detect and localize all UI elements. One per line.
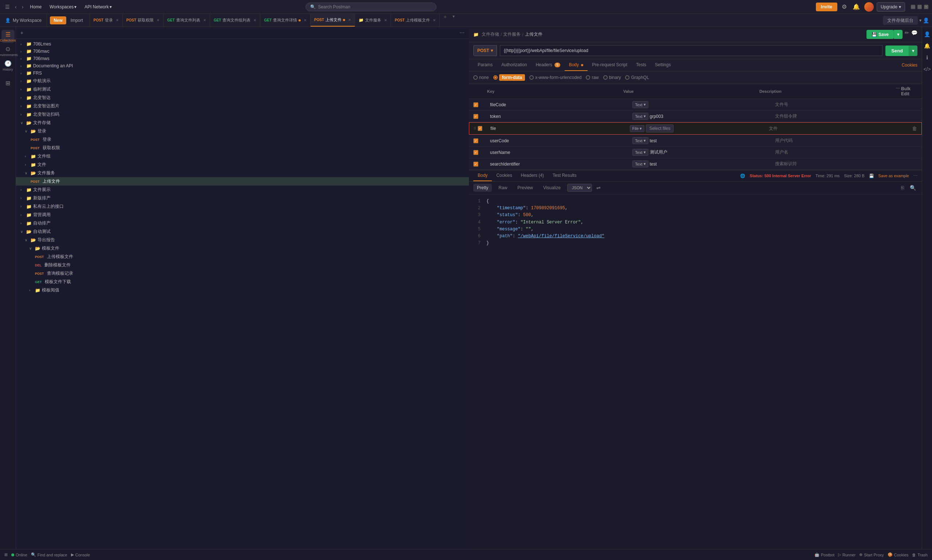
tab-close-icon[interactable]: ✕ bbox=[433, 18, 436, 22]
tree-item-autotest[interactable]: ∨ 📂 自动测试 bbox=[16, 228, 469, 236]
console-button[interactable]: ▶ Console bbox=[71, 552, 90, 557]
param-checkbox-token[interactable] bbox=[473, 114, 478, 119]
tree-item-background[interactable]: › 📁 背营调用 bbox=[16, 211, 469, 219]
postbot-button[interactable]: 🤖 Postbot bbox=[814, 552, 835, 557]
tab-queryfiles[interactable]: GET 查询文件列表 ✕ bbox=[163, 14, 210, 26]
type-selector-file[interactable]: File ▾ bbox=[630, 125, 645, 132]
url-input[interactable] bbox=[500, 45, 883, 56]
radio-formdata[interactable]: form-data bbox=[493, 74, 525, 81]
resp-tab-testresults[interactable]: Test Results bbox=[548, 170, 581, 181]
param-checkbox-searchid[interactable] bbox=[473, 162, 478, 167]
tab-querydetail[interactable]: GET 查询文件详情 ✕ bbox=[260, 14, 311, 26]
collections-menu-icon[interactable]: ⋯ bbox=[458, 29, 466, 36]
home-nav[interactable]: Home bbox=[27, 3, 45, 11]
settings-icon[interactable]: ⚙ bbox=[840, 2, 848, 12]
param-delete-file[interactable]: 🗑 bbox=[908, 126, 917, 131]
cookies-button[interactable]: 🍪 Cookies bbox=[887, 552, 909, 557]
send-button[interactable]: Send bbox=[886, 46, 909, 56]
tree-item-706mws[interactable]: › 📁 706mws bbox=[16, 55, 469, 62]
upgrade-button[interactable]: Upgrade ▾ bbox=[877, 2, 905, 12]
json-tab-pretty[interactable]: Pretty bbox=[473, 184, 492, 192]
tree-item-templatefile[interactable]: ∨ 📂 模板文件 bbox=[16, 244, 469, 252]
json-tab-visualize[interactable]: Visualize bbox=[539, 184, 564, 192]
param-key-usercode[interactable]: userCode bbox=[487, 138, 632, 143]
minimize-button[interactable]: — bbox=[911, 5, 915, 9]
tree-item-autoplan[interactable]: › 📁 自动排产 bbox=[16, 219, 469, 228]
forward-icon[interactable]: › bbox=[20, 3, 25, 11]
tree-item-filestorage[interactable]: ∨ 📂 文件存储 bbox=[16, 118, 469, 127]
comment-icon[interactable]: 💬 bbox=[911, 30, 917, 39]
back-icon[interactable]: ‹ bbox=[14, 3, 18, 11]
breadcrumb-part1[interactable]: 文件存储 bbox=[482, 31, 499, 37]
tab-settings[interactable]: Settings bbox=[650, 59, 675, 71]
tab-upload[interactable]: POST 上传文件 ✕ bbox=[311, 14, 355, 26]
tab-getauth[interactable]: POST 获取权限 ✕ bbox=[123, 14, 163, 26]
tree-item-downloadtemplate[interactable]: GET 模板文件下载 bbox=[16, 278, 469, 286]
avatar[interactable] bbox=[864, 2, 874, 12]
tree-item-templateval[interactable]: › 📁 模板阅值 bbox=[16, 286, 469, 294]
param-value-text-username[interactable]: 测试用户 bbox=[650, 149, 667, 155]
tree-item-querytemplate[interactable]: POST 查询模板记录 bbox=[16, 269, 469, 278]
breadcrumb-part2[interactable]: 文件服务 bbox=[503, 31, 521, 37]
param-key-file[interactable]: file bbox=[487, 126, 630, 131]
maximize-button[interactable]: □ bbox=[917, 5, 922, 9]
right-icon-code[interactable]: </> bbox=[922, 65, 932, 74]
tree-item-beibiantupi[interactable]: › 📁 北变智达图片 bbox=[16, 102, 469, 110]
notifications-icon[interactable]: 🔔 bbox=[851, 2, 861, 12]
tree-item-upload-req[interactable]: POST 上传文件 bbox=[16, 177, 469, 186]
sidebar-history-btn[interactable]: 🕐 History bbox=[2, 59, 15, 72]
json-format-select[interactable]: JSON bbox=[567, 184, 592, 192]
param-desc-filecode[interactable]: 文件号 bbox=[772, 102, 917, 108]
tab-tests[interactable]: Tests bbox=[632, 59, 650, 71]
tree-item-exportreport[interactable]: ∨ 📂 导出报告 bbox=[16, 236, 469, 244]
import-button[interactable]: Import bbox=[67, 16, 87, 25]
add-tab-button[interactable]: + bbox=[440, 14, 450, 26]
tab-querygroups[interactable]: GET 查询文件组列表 ✕ bbox=[210, 14, 261, 26]
type-selector-filecode[interactable]: Text ▾ bbox=[632, 101, 648, 108]
param-key-username[interactable]: userName bbox=[487, 150, 632, 155]
json-tab-preview[interactable]: Preview bbox=[514, 184, 537, 192]
type-selector-usercode[interactable]: Text ▾ bbox=[632, 137, 648, 144]
tree-item-706mwc[interactable]: › 📁 706mwc bbox=[16, 48, 469, 55]
tab-close-icon[interactable]: ✕ bbox=[253, 18, 256, 22]
tree-item-login-folder[interactable]: ∨ 📂 登录 bbox=[16, 127, 469, 135]
tree-item-706lmes[interactable]: › 📁 706Lmes bbox=[16, 40, 469, 48]
sidebar-environments-btn[interactable]: ⊙ Environments bbox=[2, 45, 15, 57]
radio-urlencoded[interactable]: x-www-form-urlencoded bbox=[529, 75, 581, 80]
param-desc-searchid[interactable]: 搜索标识符 bbox=[772, 161, 917, 167]
param-checkbox-usercode[interactable] bbox=[473, 138, 478, 143]
tree-item-deletetemplate[interactable]: DEL 删除模板文件 bbox=[16, 261, 469, 269]
radio-binary[interactable]: binary bbox=[603, 75, 621, 80]
hamburger-icon[interactable]: ☰ bbox=[4, 3, 11, 11]
edit-icon[interactable]: ✏ bbox=[905, 30, 909, 39]
param-value-text-token[interactable]: grp003 bbox=[650, 114, 663, 119]
tree-item-getauth-req[interactable]: POST 获取权限 bbox=[16, 144, 469, 152]
new-button[interactable]: New bbox=[50, 16, 66, 25]
param-key-token[interactable]: token bbox=[487, 114, 632, 119]
tree-item-filegroup[interactable]: › 📁 文件组 bbox=[16, 152, 469, 160]
resp-tab-headers[interactable]: Headers (4) bbox=[517, 170, 548, 181]
search-input-wrap[interactable]: 🔍 Search Postman bbox=[305, 3, 436, 11]
tree-item-frs[interactable]: › 📁 FRS bbox=[16, 69, 469, 77]
tab-close-icon[interactable]: ✕ bbox=[157, 18, 159, 22]
right-icon-person[interactable]: 👤 bbox=[923, 30, 932, 38]
tab-body[interactable]: Body bbox=[565, 59, 588, 71]
tab-uploadtemplate[interactable]: POST 上传模板文件 ✕ bbox=[391, 14, 440, 26]
json-copy-icon[interactable]: ⎘ bbox=[900, 184, 906, 191]
type-selector-searchid[interactable]: Text ▾ bbox=[632, 160, 648, 168]
save-example-link[interactable]: Save as example bbox=[878, 174, 909, 178]
tab-close-icon[interactable]: ✕ bbox=[348, 18, 351, 22]
invite-button[interactable]: Invite bbox=[816, 3, 837, 11]
tab-close-icon[interactable]: ✕ bbox=[384, 18, 387, 22]
tree-item-zhong航[interactable]: › 📁 中航演示 bbox=[16, 77, 469, 85]
param-value-text-usercode[interactable]: test bbox=[650, 138, 657, 143]
workspace-dropdown-icon[interactable]: ▾ bbox=[919, 18, 921, 23]
json-format-icon[interactable]: ⇌ bbox=[595, 184, 602, 191]
right-icon-info[interactable]: ℹ bbox=[925, 53, 929, 62]
param-desc-username[interactable]: 用户名 bbox=[772, 149, 917, 155]
save-button[interactable]: 💾 Save bbox=[866, 30, 894, 39]
sidebar-mock-btn[interactable]: ⊞ bbox=[2, 76, 15, 89]
radio-none[interactable]: none bbox=[473, 75, 489, 80]
tab-login[interactable]: POST 登录 ✕ bbox=[90, 14, 123, 26]
send-dropdown-button[interactable]: ▾ bbox=[909, 46, 917, 56]
